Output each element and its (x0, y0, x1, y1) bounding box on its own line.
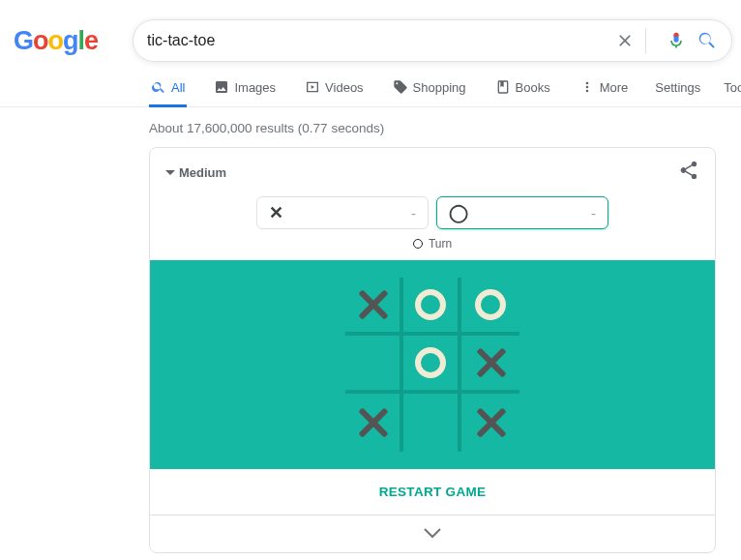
x-symbol: ✕ (269, 202, 283, 223)
tab-label: All (171, 80, 185, 95)
clear-icon[interactable] (614, 31, 636, 50)
difficulty-label: Medium (179, 165, 226, 180)
cell-4[interactable] (403, 336, 461, 394)
tab-all[interactable]: All (149, 79, 187, 107)
turn-label: Turn (429, 237, 452, 251)
turn-indicator: Turn (150, 229, 715, 260)
difficulty-selector[interactable]: Medium (165, 165, 226, 180)
expand-button[interactable] (150, 515, 715, 552)
cell-0[interactable] (345, 278, 403, 336)
cell-6[interactable] (345, 394, 403, 452)
cell-3[interactable] (345, 336, 403, 394)
o-score-value: - (591, 205, 596, 221)
search-icon[interactable] (697, 30, 718, 51)
google-logo[interactable]: Google (14, 26, 98, 56)
tab-label: Books (516, 80, 550, 95)
x-score-value: - (411, 205, 416, 221)
tab-shopping[interactable]: Shopping (391, 79, 468, 106)
tools-link[interactable]: Tools (724, 80, 741, 95)
cell-8[interactable] (461, 394, 519, 452)
tab-more[interactable]: More (578, 79, 631, 106)
turn-o-icon (413, 239, 423, 249)
search-input[interactable] (147, 32, 605, 49)
search-bar (133, 19, 732, 62)
cell-1[interactable] (403, 278, 461, 336)
restart-button[interactable]: RESTART GAME (150, 469, 715, 515)
tab-label: More (600, 80, 629, 95)
tab-label: Videos (325, 80, 364, 95)
tab-label: Shopping (413, 80, 466, 95)
cell-7[interactable] (403, 394, 461, 452)
tab-books[interactable]: Books (493, 79, 552, 106)
mic-icon[interactable] (666, 31, 687, 50)
tab-images[interactable]: Images (212, 79, 278, 106)
result-stats: About 17,600,000 results (0.77 seconds) (149, 107, 716, 147)
tictactoe-card: Medium ✕ - ◯ - Turn (149, 147, 716, 553)
search-nav: All Images Videos Shopping Books More Se… (0, 79, 741, 107)
share-icon[interactable] (678, 160, 699, 185)
player-x-score[interactable]: ✕ - (256, 196, 429, 229)
settings-link[interactable]: Settings (655, 80, 700, 95)
cell-5[interactable] (461, 336, 519, 394)
tab-videos[interactable]: Videos (303, 79, 366, 106)
divider (645, 28, 646, 53)
tab-label: Images (234, 80, 276, 95)
game-board (345, 278, 519, 452)
cell-2[interactable] (461, 278, 519, 336)
player-o-score[interactable]: ◯ - (436, 196, 608, 229)
o-symbol: ◯ (449, 202, 468, 223)
